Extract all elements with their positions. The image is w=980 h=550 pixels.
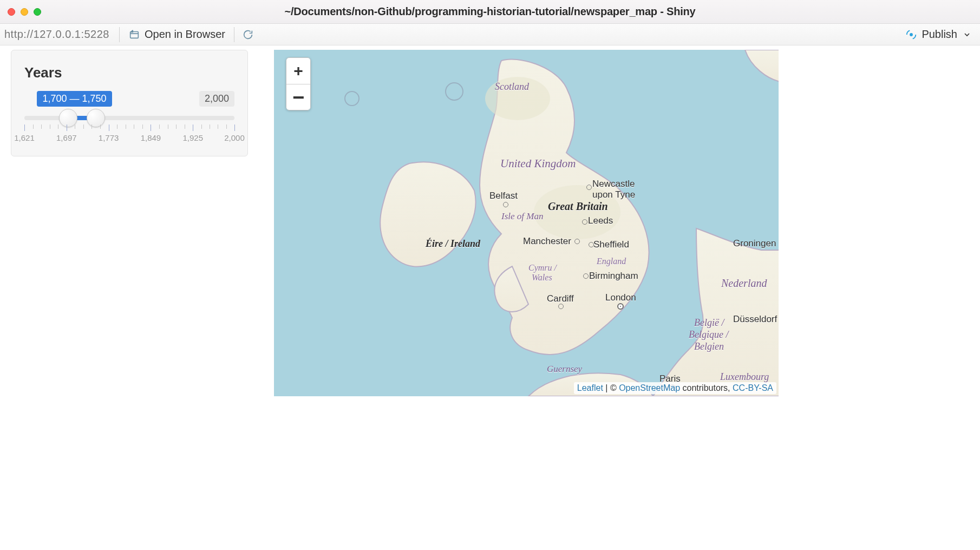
slider-tick-labels: 1,6211,6971,7731,8491,9252,000 (24, 133, 234, 144)
map-city-newcastle-1: Newcastle (592, 179, 635, 189)
slider-max-badge: 2,000 (199, 91, 234, 107)
svg-rect-0 (130, 31, 139, 38)
map-label-gb: Great Britain (548, 200, 608, 213)
window-titlebar: ~/Documents/non-Github/programming-histo… (0, 0, 980, 24)
attrib-leaflet-link[interactable]: Leaflet (577, 383, 603, 392)
sidebar-panel: Years 1,700 — 1,750 2,000 1,6211,6971,77… (11, 50, 248, 156)
map-city-dot-sheffield (589, 242, 594, 247)
slider-rail (24, 116, 234, 120)
map-label-wales-1: Cymru / (528, 263, 557, 273)
attrib-sep1: | © (603, 383, 619, 392)
map-label-belgie-2: Belgique / (689, 329, 728, 341)
app-body: Years 1,700 — 1,750 2,000 1,6211,6971,77… (0, 45, 980, 550)
attrib-license-link[interactable]: CC-BY-SA (733, 383, 773, 392)
map-label-belgie-1: België / (694, 317, 724, 329)
map-city-newcastle-2: upon Tyne (592, 189, 635, 200)
window-title: ~/Documents/non-Github/programming-histo… (285, 5, 696, 18)
map-city-belfast: Belfast (489, 191, 518, 201)
map-city-cardiff: Cardiff (547, 293, 574, 304)
map-label-wales-2: Wales (532, 273, 552, 283)
map-city-birmingham: Birmingham (589, 271, 638, 281)
slider-tick-label: 1,925 (182, 133, 203, 142)
svg-point-1 (910, 33, 913, 36)
map-city-london: London (605, 292, 636, 303)
slider-tick-label: 2,000 (224, 133, 245, 142)
minimize-window-button[interactable] (21, 8, 28, 16)
map-label-belgie-3: Belgien (694, 341, 724, 352)
slider-tick-label: 1,773 (99, 133, 119, 142)
slider-tick-label: 1,697 (56, 133, 77, 142)
open-in-browser-button[interactable]: Open in Browser (125, 26, 228, 43)
map-city-dot-belfast (503, 202, 508, 207)
map-zoom-control: + − (286, 57, 311, 110)
open-in-browser-icon (128, 29, 140, 41)
slider-label: Years (24, 64, 234, 81)
map-city-dot-leeds (582, 219, 587, 225)
map-city-dot-cardiff (558, 304, 564, 309)
maximize-window-button[interactable] (34, 8, 41, 16)
map-extra-circle (344, 91, 360, 106)
slider-tick-label: 1,621 (14, 133, 35, 142)
app-toolbar: http://127.0.0.1:5228 Open in Browser (0, 24, 980, 45)
map-city-dot-birmingham (583, 273, 589, 279)
map-city-dusseldorf: Düsseldorf (733, 314, 777, 325)
years-slider[interactable]: 1,700 — 1,750 2,000 1,6211,6971,7731,849… (24, 91, 234, 143)
slider-ruler (24, 125, 234, 131)
map-label-iom: Isle of Man (501, 211, 543, 222)
toolbar-separator (234, 27, 234, 42)
slider-tooltip: 1,700 — 1,750 (37, 91, 112, 107)
map-viewport[interactable]: Scotland United Kingdom Great Britain Is… (274, 50, 779, 396)
map-label-guernsey: Guernsey (547, 364, 582, 375)
map-city-dot-newcastle (586, 185, 592, 190)
map-city-leeds: Leeds (588, 215, 613, 226)
publish-caret-icon (964, 28, 970, 41)
map-city-manchester: Manchester (523, 236, 571, 247)
zoom-out-button[interactable]: − (286, 84, 310, 110)
publish-icon (905, 29, 917, 41)
toolbar-separator (119, 27, 120, 42)
map-attribution: Leaflet | © OpenStreetMap contributors, … (574, 382, 776, 394)
slider-track[interactable] (24, 113, 234, 123)
publish-label: Publish (922, 28, 957, 41)
map-city-dot-manchester (574, 239, 580, 244)
map-label-nederland: Nederland (721, 277, 767, 290)
close-window-button[interactable] (8, 8, 15, 16)
app-url: http://127.0.0.1:5228 (4, 28, 114, 41)
publish-button[interactable]: Publish (902, 26, 974, 43)
map-label-lux: Luxembourg (720, 371, 769, 383)
map-label-uk: United Kingdom (500, 157, 576, 171)
map-label-england: England (597, 257, 626, 266)
map-city-groningen: Groningen (733, 238, 776, 249)
zoom-in-button[interactable]: + (286, 58, 310, 84)
attrib-contrib: contributors, (680, 383, 733, 392)
attrib-osm-link[interactable]: OpenStreetMap (619, 383, 680, 392)
map-city-dot-london (617, 303, 624, 310)
reload-button[interactable] (240, 27, 256, 43)
slider-tick-label: 1,849 (141, 133, 161, 142)
reload-icon (242, 29, 254, 41)
window-controls (8, 8, 41, 16)
map-label-scotland: Scotland (495, 81, 529, 93)
map-extra-circle (445, 82, 463, 101)
open-in-browser-label: Open in Browser (145, 28, 225, 41)
map-label-ireland: Éire / Ireland (426, 238, 480, 250)
map-city-sheffield: Sheffield (593, 239, 629, 250)
